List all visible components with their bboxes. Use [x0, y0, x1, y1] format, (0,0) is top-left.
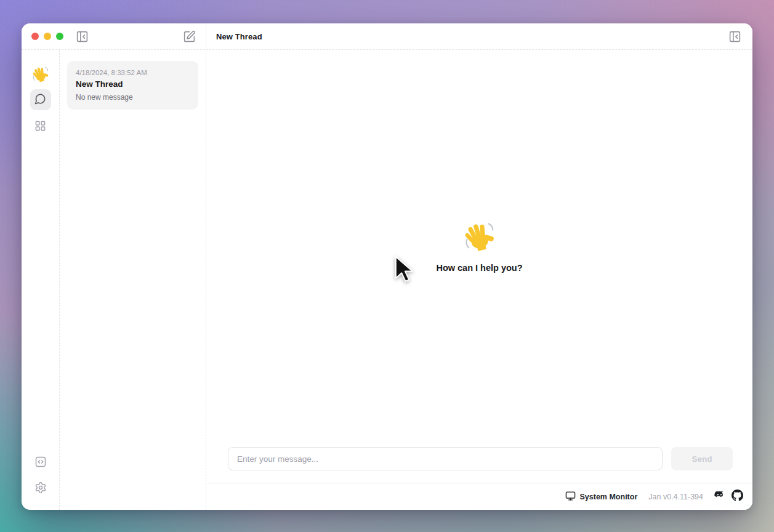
grid-icon	[34, 120, 46, 134]
thread-last-message: No new message	[76, 93, 190, 102]
titlebar-main: New Thread	[206, 23, 752, 49]
left-panel-toggle-button[interactable]	[75, 29, 90, 44]
discord-icon	[713, 489, 726, 504]
main-column: How can I help you? Send System Monitor	[206, 50, 752, 510]
panel-left-close-icon	[76, 30, 89, 43]
code-square-icon	[34, 456, 47, 468]
close-window-button[interactable]	[31, 33, 39, 40]
square-pen-compose-icon	[183, 30, 196, 43]
sidebar-item-threads[interactable]	[30, 89, 51, 110]
github-link[interactable]	[732, 490, 743, 504]
left-icon-rail	[22, 50, 60, 510]
empty-state: How can I help you?	[206, 50, 752, 447]
gear-icon	[34, 482, 47, 494]
jan-wave-logo-icon	[32, 66, 49, 83]
app-version-label: Jan v0.4.11-394	[648, 493, 703, 501]
zoom-window-button[interactable]	[56, 33, 63, 40]
thread-list-item[interactable]: 4/18/2024, 8:33:52 AM New Thread No new …	[67, 61, 198, 110]
monitor-icon	[565, 491, 576, 503]
local-api-server-button[interactable]	[33, 454, 48, 469]
github-icon	[732, 490, 743, 504]
settings-button[interactable]	[33, 480, 48, 495]
panel-right-close-icon	[728, 30, 741, 43]
macos-traffic-lights	[31, 33, 63, 40]
greeting-text: How can I help you?	[436, 263, 522, 273]
rail-top-group	[30, 66, 51, 137]
system-monitor-label: System Monitor	[580, 493, 638, 501]
thread-title: New Thread	[76, 79, 190, 89]
system-monitor-button[interactable]: System Monitor	[565, 491, 638, 503]
status-footer: System Monitor Jan v0.4.11-394	[206, 483, 752, 510]
chat-main-area: How can I help you? Send	[206, 50, 752, 483]
chat-bubble-icon	[34, 93, 46, 107]
right-panel-toggle-button[interactable]	[727, 29, 743, 44]
waving-hand-icon	[464, 221, 496, 253]
app-window: New Thread	[22, 23, 752, 510]
page-title: New Thread	[216, 32, 262, 41]
thread-list-panel: 4/18/2024, 8:33:52 AM New Thread No new …	[60, 50, 206, 510]
discord-link[interactable]	[713, 489, 726, 504]
new-thread-button[interactable]	[182, 29, 197, 44]
message-input[interactable]	[228, 447, 663, 470]
app-body: 4/18/2024, 8:33:52 AM New Thread No new …	[22, 50, 752, 510]
thread-timestamp: 4/18/2024, 8:33:52 AM	[76, 69, 190, 76]
sidebar-item-hub[interactable]	[30, 116, 51, 137]
rail-bottom-group	[33, 454, 48, 495]
minimize-window-button[interactable]	[44, 33, 51, 40]
titlebar: New Thread	[22, 23, 752, 50]
titlebar-left-panel	[22, 23, 206, 49]
message-composer: Send	[206, 447, 752, 483]
social-links	[713, 489, 743, 504]
send-button[interactable]: Send	[671, 447, 733, 470]
